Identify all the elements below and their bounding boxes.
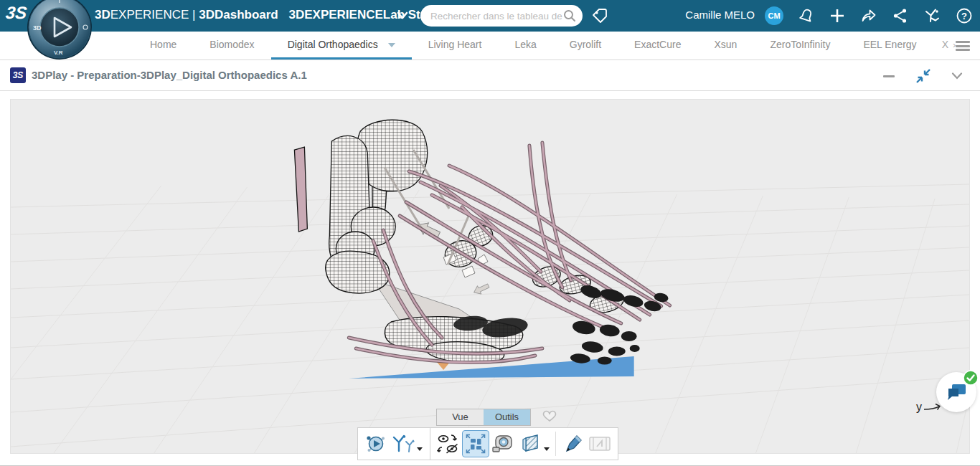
view-tab[interactable]: Vue	[437, 409, 484, 425]
share-network-icon[interactable]	[892, 7, 909, 24]
3dswym-icon[interactable]	[923, 7, 941, 24]
scenario-icon	[588, 434, 612, 454]
viewer-tab-group: Vue Outils	[436, 409, 531, 426]
tab-xsun[interactable]: Xsun	[697, 32, 753, 60]
widget-menu-chevron-icon[interactable]	[951, 72, 963, 80]
tab-digital-orthopaedics[interactable]: Digital Orthopaedics	[271, 32, 412, 60]
dashboard-context[interactable]: 3DEXPERIENCELab Sta...	[288, 8, 437, 22]
y-axis-indicator: y	[916, 401, 942, 414]
dashboard-search	[420, 5, 583, 27]
3dplay-app-icon: 3S	[10, 67, 26, 83]
3d-viewport[interactable]: Vue Outils	[10, 99, 970, 454]
tab-living-heart[interactable]: Living Heart	[412, 32, 499, 60]
search-input[interactable]	[430, 11, 562, 22]
viewer-toolbar	[357, 427, 618, 460]
tab-menu-icon[interactable]	[956, 41, 970, 51]
availability-check-icon	[963, 370, 979, 386]
widget-header: 3S 3DPlay - Preparation-3DPlay_Digital O…	[0, 60, 980, 91]
tab-exactcure[interactable]: ExactCure	[618, 32, 697, 60]
measure-button[interactable]	[489, 430, 517, 457]
tools-tab[interactable]: Outils	[484, 409, 530, 425]
notifications-bell-icon[interactable]	[798, 7, 815, 24]
3d-scene[interactable]	[11, 100, 969, 453]
section-button[interactable]	[517, 430, 544, 457]
compass-vr-label: V.R	[54, 49, 63, 56]
widget-title: 3DPlay - Preparation-3DPlay_Digital Orth…	[32, 69, 307, 81]
help-icon[interactable]: ?	[956, 7, 973, 24]
user-name[interactable]: Camille MELO	[685, 9, 755, 21]
tab-zerotoinfinity[interactable]: ZeroToInfinity	[753, 32, 847, 60]
3ds-logo[interactable]: 3S	[5, 3, 28, 23]
search-icon[interactable]	[562, 9, 577, 23]
fit-all-icon	[465, 433, 486, 455]
tab-leka[interactable]: Leka	[498, 32, 552, 60]
brand-3d: 3D	[95, 8, 110, 22]
tab-label: X	[942, 39, 948, 50]
add-content-icon[interactable]	[829, 7, 846, 24]
section-dropdown-caret[interactable]	[544, 447, 550, 451]
reverse-visibility-icon	[436, 432, 461, 455]
tab-eel-energy[interactable]: EEL Energy	[847, 32, 933, 60]
fit-all-in-button[interactable]	[462, 430, 489, 457]
tab-gyrolift[interactable]: Gyrolift	[553, 32, 618, 60]
dashboard-switcher-chevron-icon[interactable]	[397, 11, 408, 20]
help-glyph: ?	[961, 11, 967, 22]
compass-3d-label: 3D	[33, 24, 42, 32]
messaging-fab[interactable]	[936, 372, 976, 412]
3dplay-icon	[364, 432, 387, 455]
tag-icon[interactable]	[591, 7, 608, 24]
tab-biomodex[interactable]: Biomodex	[193, 32, 270, 60]
measure-icon	[491, 433, 514, 455]
tab-label: Digital Orthopaedics	[288, 39, 378, 50]
tab-chevron-down-icon[interactable]	[388, 43, 395, 47]
section-icon	[519, 433, 542, 455]
3dexperience-compass[interactable]: 3D V.R	[27, 0, 93, 60]
minimize-icon[interactable]	[882, 70, 895, 82]
3dplay-tool-button[interactable]	[362, 430, 390, 457]
user-avatar[interactable]: CM	[765, 6, 783, 25]
reverse-visibility-button[interactable]	[435, 430, 462, 457]
avatars-tool-button[interactable]	[390, 430, 417, 457]
y-axis-label: y	[916, 401, 922, 414]
top-bar: 3S 3D V.R 3DEXPERIENCE | 3DDashboard 3DE…	[0, 0, 980, 32]
pencil-icon	[562, 433, 583, 455]
scenario-button-disabled[interactable]	[586, 430, 613, 457]
avatars-dropdown-caret[interactable]	[417, 447, 423, 451]
app-title: 3DEXPERIENCE | 3DDashboard 3DEXPERIENCEL…	[95, 8, 437, 22]
annotate-pencil-button[interactable]	[559, 430, 586, 457]
share-forward-icon[interactable]	[860, 7, 877, 24]
dashboard-tab-bar: Home Biomodex Digital Orthopaedics Livin…	[0, 32, 980, 60]
exit-fullscreen-icon[interactable]	[915, 68, 931, 84]
brand-dashboard: 3DDashboard	[199, 8, 278, 22]
brand-experience: EXPERIENCE	[110, 8, 189, 22]
collapse-toolbar-icon[interactable]	[541, 409, 558, 425]
brand-separator: |	[192, 8, 195, 22]
tab-home[interactable]: Home	[133, 32, 193, 60]
avatars-icon	[391, 434, 415, 454]
